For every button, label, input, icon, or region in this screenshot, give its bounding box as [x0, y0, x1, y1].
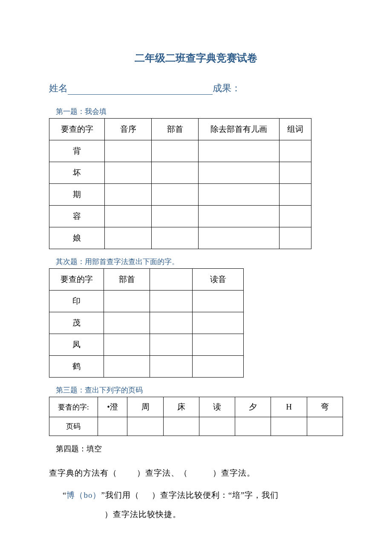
- cell-blank[interactable]: [280, 140, 311, 162]
- q4-line2: “博（bo）”我们用（ ）查字法比较便利：“培”字，我们: [63, 485, 343, 505]
- th: 除去部首有儿画: [199, 119, 280, 140]
- table-row: 凤: [49, 334, 244, 356]
- th: 组词: [280, 119, 311, 140]
- q3-heading: 第三题：查出下列字的页码: [56, 385, 343, 395]
- name-result-row: 姓名成果：: [49, 82, 343, 95]
- cell-blank[interactable]: [152, 227, 199, 249]
- doc-title: 二年级二班查字典竞赛试卷: [49, 51, 343, 65]
- q1-heading: 第一题：我会填: [56, 107, 343, 116]
- cell-char: •澄: [98, 397, 127, 417]
- th: [150, 269, 193, 291]
- table-row: 要杳的字: •澄 周 床 读 夕 H 弯: [49, 397, 343, 417]
- cell-blank[interactable]: [199, 184, 280, 206]
- row-label: 页码: [49, 417, 98, 436]
- cell-char: 背: [49, 140, 105, 162]
- cell-char: 弯: [307, 397, 343, 417]
- cell-blank[interactable]: [163, 417, 199, 436]
- blue-text: 博（bo）: [66, 491, 101, 500]
- q4-line1: 查字典的方法有（ ）查字法、（ ）查字法。: [49, 463, 343, 483]
- cell-char: 读: [199, 397, 235, 417]
- cell-char: 夕: [235, 397, 271, 417]
- cell-blank[interactable]: [150, 334, 193, 356]
- table-row: 坏: [49, 162, 311, 184]
- cell-char: 容: [49, 206, 105, 227]
- text: ）查字法比较快捷。: [104, 510, 181, 519]
- q4-line3: ）查字法比较快捷。: [104, 505, 343, 524]
- text: 查字典的方法有（: [49, 468, 117, 477]
- cell-blank[interactable]: [152, 162, 199, 184]
- name-underline[interactable]: [68, 94, 213, 95]
- cell-blank[interactable]: [199, 162, 280, 184]
- table-row: 期: [49, 184, 311, 206]
- cell-char: 印: [49, 291, 104, 312]
- cell-blank[interactable]: [98, 417, 127, 436]
- cell-blank[interactable]: [104, 291, 150, 312]
- cell-blank[interactable]: [235, 417, 271, 436]
- table-row: 娘: [49, 227, 311, 249]
- cell-blank[interactable]: [193, 334, 244, 356]
- cell-blank[interactable]: [280, 227, 311, 249]
- cell-blank[interactable]: [280, 162, 311, 184]
- cell-blank[interactable]: [199, 140, 280, 162]
- name-label: 姓名: [49, 83, 68, 93]
- cell-blank[interactable]: [271, 417, 307, 436]
- cell-blank[interactable]: [150, 312, 193, 334]
- table-row: 印: [49, 291, 244, 312]
- cell-char: 期: [49, 184, 105, 206]
- th: 读音: [193, 269, 244, 291]
- result-label: 成果：: [213, 83, 241, 93]
- table-header-row: 要查的字 部首 读音: [49, 269, 244, 291]
- q4-heading: 第四题：填空: [56, 444, 343, 454]
- q1-table: 要查的字 音序 部首 除去部首有儿画 组词 背 坏 期 容 娘: [49, 118, 311, 249]
- text: ）查字法比较便利：“培”字，我们: [152, 491, 279, 500]
- cell-char: H: [271, 397, 307, 417]
- cell-blank[interactable]: [152, 140, 199, 162]
- cell-char: 坏: [49, 162, 105, 184]
- cell-blank[interactable]: [193, 312, 244, 334]
- cell-blank[interactable]: [105, 140, 152, 162]
- cell-char: 床: [163, 397, 199, 417]
- th: 部首: [104, 269, 150, 291]
- text: ）查字法。: [213, 468, 255, 477]
- th: 要查的字: [49, 119, 105, 140]
- table-row: 容: [49, 206, 311, 227]
- cell-blank[interactable]: [105, 184, 152, 206]
- cell-blank[interactable]: [193, 356, 244, 378]
- cell-blank[interactable]: [152, 184, 199, 206]
- th: 要查的字: [49, 269, 104, 291]
- q2-table: 要查的字 部首 读音 印 茂 凤 鹤: [49, 268, 244, 378]
- cell-blank[interactable]: [307, 417, 343, 436]
- cell-char: 鹤: [49, 356, 104, 378]
- row-label: 要杳的字:: [49, 397, 98, 417]
- table-row: 鹤: [49, 356, 244, 378]
- cell-blank[interactable]: [104, 312, 150, 334]
- cell-blank[interactable]: [193, 291, 244, 312]
- cell-blank[interactable]: [280, 184, 311, 206]
- cell-blank[interactable]: [104, 334, 150, 356]
- cell-char: 娘: [49, 227, 105, 249]
- q3-table: 要杳的字: •澄 周 床 读 夕 H 弯 页码: [49, 397, 343, 436]
- cell-blank[interactable]: [105, 227, 152, 249]
- cell-blank[interactable]: [150, 356, 193, 378]
- cell-char: 周: [127, 397, 163, 417]
- q2-heading: 其次题：用部首查字法查出下面的字。: [56, 257, 343, 267]
- cell-blank[interactable]: [150, 291, 193, 312]
- table-row: 茂: [49, 312, 244, 334]
- table-row: 页码: [49, 417, 343, 436]
- cell-char: 凤: [49, 334, 104, 356]
- table-header-row: 要查的字 音序 部首 除去部首有儿画 组词: [49, 119, 311, 140]
- cell-blank[interactable]: [199, 227, 280, 249]
- cell-blank[interactable]: [127, 417, 163, 436]
- cell-char: 茂: [49, 312, 104, 334]
- cell-blank[interactable]: [199, 417, 235, 436]
- table-row: 背: [49, 140, 311, 162]
- cell-blank[interactable]: [105, 162, 152, 184]
- cell-blank[interactable]: [105, 206, 152, 227]
- text: ”我们用（: [101, 491, 139, 500]
- th: 部首: [152, 119, 199, 140]
- cell-blank[interactable]: [104, 356, 150, 378]
- cell-blank[interactable]: [152, 206, 199, 227]
- th: 音序: [105, 119, 152, 140]
- cell-blank[interactable]: [280, 206, 311, 227]
- cell-blank[interactable]: [199, 206, 280, 227]
